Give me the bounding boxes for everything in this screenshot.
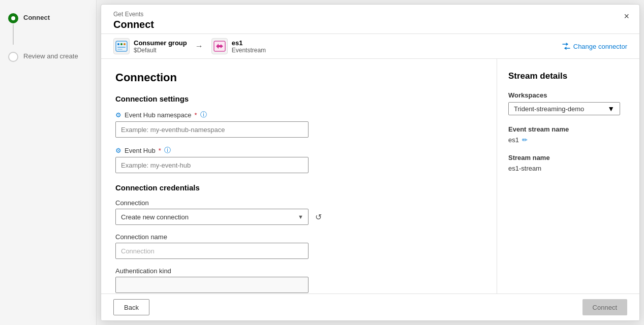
svg-point-2 [120, 43, 122, 45]
connection-select-wrapper: Create new connection ▼ [115, 209, 309, 225]
top-bar: Get Events Connect × [101, 5, 639, 59]
workspaces-dropdown[interactable]: Trident-streaming-demo ▼ [508, 102, 620, 115]
svg-point-1 [117, 43, 119, 45]
connection-settings-title: Connection settings [115, 94, 482, 103]
connector-source-text: Consumer group $Default [134, 39, 187, 54]
edit-icon[interactable]: ✏ [522, 136, 528, 144]
stream-name-value: es1-stream [508, 165, 628, 172]
svg-rect-4 [117, 47, 126, 48]
event-stream-name-field: Event stream name es1 ✏ [508, 125, 628, 144]
arrow-icon: → [195, 42, 203, 51]
namespace-label: ⚙ Event Hub namespace * ⓘ [115, 110, 482, 119]
connection-label: Connection [115, 199, 482, 207]
namespace-input[interactable] [115, 121, 309, 138]
event-stream-name-label: Event stream name [508, 125, 628, 133]
eventstream-icon [211, 38, 228, 54]
close-button[interactable]: × [624, 12, 629, 21]
namespace-required: * [195, 111, 197, 119]
header-row: Get Events Connect × [101, 5, 639, 34]
connection-name-label: Connection name [115, 233, 482, 241]
svg-point-3 [124, 43, 126, 45]
workspaces-label: Workspaces [508, 91, 628, 99]
connection-credentials-section: Connection credentials Connection Create… [115, 183, 482, 293]
connector-source-name: Consumer group [134, 39, 187, 47]
connector-source: Consumer group $Default [113, 38, 187, 54]
back-button[interactable]: Back [113, 299, 149, 315]
connection-name-field-group: Connection name [115, 233, 482, 259]
namespace-label-icon: ⚙ [115, 111, 121, 119]
auth-kind-input-placeholder [115, 277, 309, 293]
form-section-title: Connection [115, 71, 482, 84]
change-connector-icon [562, 42, 570, 50]
header-text: Get Events Connect [113, 11, 154, 30]
stream-name-field: Stream name es1-stream [508, 154, 628, 172]
sidebar: Connect Review and create [0, 0, 97, 325]
connection-select[interactable]: Create new connection [115, 209, 309, 225]
connector-target-name: es1 [232, 39, 266, 47]
step-circle-connect [8, 13, 18, 23]
stream-name-label: Stream name [508, 154, 628, 161]
refresh-icon: ↺ [315, 213, 322, 221]
credentials-title: Connection credentials [115, 183, 482, 192]
header-title: Connect [113, 19, 154, 30]
dialog: Get Events Connect × [101, 4, 640, 321]
eventhub-required: * [159, 147, 161, 154]
eventhub-field-group: ⚙ Event Hub * ⓘ [115, 146, 482, 173]
connect-button[interactable]: Connect [582, 299, 627, 315]
sidebar-step-connect[interactable]: Connect [8, 10, 88, 49]
body-content: Connection Connection settings ⚙ Event H… [101, 59, 639, 294]
stream-details-panel: Stream details Workspaces Trident-stream… [497, 59, 639, 294]
step-label-connect: Connect [23, 13, 50, 21]
connection-name-input[interactable] [115, 243, 309, 259]
eventhub-input[interactable] [115, 157, 309, 173]
namespace-field-group: ⚙ Event Hub namespace * ⓘ [115, 110, 482, 138]
refresh-button[interactable]: ↺ [313, 210, 324, 224]
sidebar-step-review[interactable]: Review and create [8, 49, 88, 65]
connector-info: Consumer group $Default → [113, 38, 266, 54]
connector-bar: Consumer group $Default → [101, 34, 639, 58]
step-circle-review [8, 52, 18, 62]
event-stream-name-value: es1 ✏ [508, 136, 628, 144]
auth-kind-field-group: Authentication kind [115, 267, 482, 293]
stream-details-title: Stream details [508, 71, 628, 81]
step-indicator-connect [8, 13, 18, 46]
step-indicator-review [8, 52, 18, 62]
connector-target-text: es1 Eventstream [232, 39, 266, 54]
connection-row: Create new connection ▼ ↺ [115, 209, 482, 225]
eventhub-label-icon: ⚙ [115, 147, 121, 154]
change-connector-button[interactable]: Change connector [562, 42, 627, 50]
eventhub-info-icon[interactable]: ⓘ [164, 146, 171, 155]
eventhub-label: ⚙ Event Hub * ⓘ [115, 146, 482, 155]
step-label-review: Review and create [23, 52, 78, 60]
auth-kind-label: Authentication kind [115, 267, 482, 275]
svg-rect-5 [117, 49, 122, 50]
footer: Back Connect [101, 294, 639, 320]
workspaces-field: Workspaces Trident-streaming-demo ▼ [508, 91, 628, 115]
header-subtitle: Get Events [113, 11, 154, 18]
eventhub-icon [113, 38, 130, 54]
connection-settings-section: Connection settings ⚙ Event Hub namespac… [115, 94, 482, 173]
connector-target-sub: Eventstream [232, 47, 266, 54]
workspaces-value: Trident-streaming-demo [514, 105, 584, 113]
connection-field-group: Connection Create new connection ▼ ↺ [115, 199, 482, 225]
connector-target: es1 Eventstream [211, 38, 266, 54]
connector-source-sub: $Default [134, 47, 187, 54]
namespace-info-icon[interactable]: ⓘ [200, 110, 207, 119]
form-panel: Connection Connection settings ⚙ Event H… [101, 59, 497, 294]
workspaces-chevron-icon: ▼ [607, 105, 615, 113]
step-line [13, 24, 14, 45]
